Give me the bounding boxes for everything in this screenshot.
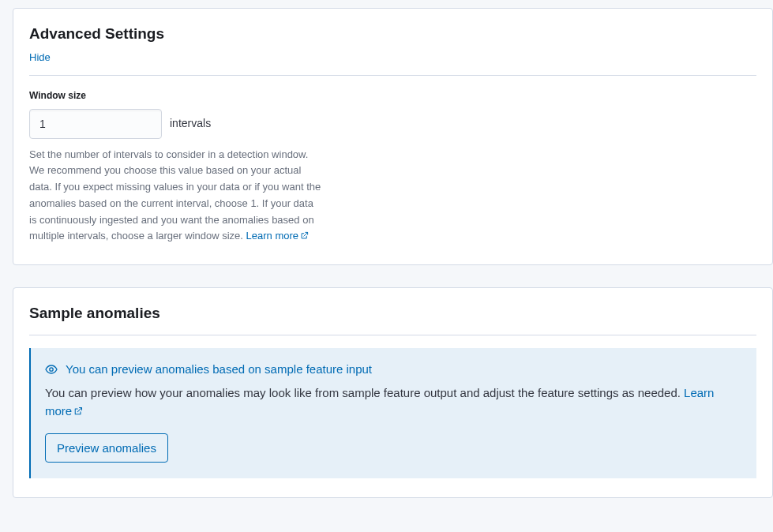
sample-anomalies-panel: Sample anomalies You can preview anomali… <box>13 287 773 498</box>
window-size-help: Set the number of intervals to consider … <box>29 147 321 246</box>
window-size-row: intervals <box>29 109 756 139</box>
eye-icon <box>45 363 58 376</box>
callout-body: You can preview how your anomalies may l… <box>45 384 742 421</box>
window-size-input[interactable] <box>29 109 162 139</box>
advanced-settings-title: Advanced Settings <box>29 23 756 46</box>
intervals-label: intervals <box>170 115 211 132</box>
preview-anomalies-button[interactable]: Preview anomalies <box>45 433 168 463</box>
external-link-icon <box>73 403 83 421</box>
sample-anomalies-title: Sample anomalies <box>29 302 756 325</box>
callout-title: You can preview anomalies based on sampl… <box>66 361 372 379</box>
callout-header: You can preview anomalies based on sampl… <box>45 361 742 379</box>
help-text-content: Set the number of intervals to consider … <box>29 148 321 242</box>
window-size-label: Window size <box>29 88 756 103</box>
advanced-settings-panel: Advanced Settings Hide Window size inter… <box>13 8 773 265</box>
divider <box>29 75 756 76</box>
preview-callout: You can preview anomalies based on sampl… <box>29 348 756 479</box>
external-link-icon <box>300 229 309 245</box>
divider <box>29 335 756 335</box>
svg-point-0 <box>50 368 53 371</box>
learn-more-link[interactable]: Learn more <box>246 230 309 242</box>
hide-link[interactable]: Hide <box>29 50 51 66</box>
callout-body-text: You can preview how your anomalies may l… <box>45 386 684 399</box>
